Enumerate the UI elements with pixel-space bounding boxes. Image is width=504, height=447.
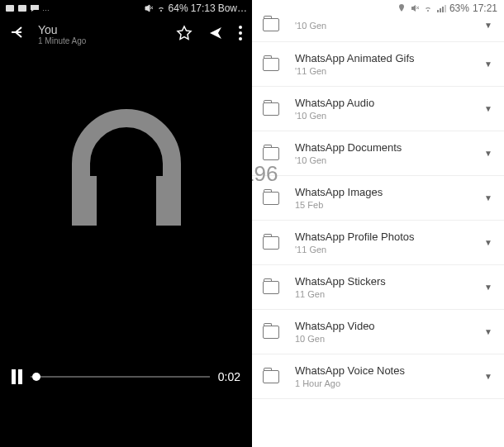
folder-icon-wrap	[260, 18, 282, 31]
folder-date: '10 Gen	[295, 111, 471, 121]
folder-icon-wrap	[260, 192, 282, 205]
folder-info: WhatsApp Images 15 Feb	[295, 186, 471, 210]
mute-icon	[410, 3, 420, 13]
folder-info: WhatsApp Animated Gifs '11 Gen	[295, 52, 471, 76]
folder-icon	[263, 147, 279, 160]
folder-icon	[263, 102, 279, 116]
folder-info: WhatsApp Voice Notes 1 Hour Ago	[295, 364, 471, 388]
pause-button[interactable]	[12, 369, 22, 384]
folder-name: WhatsApp Audio	[295, 97, 471, 109]
svg-rect-8	[440, 8, 441, 12]
player-title: You	[38, 23, 164, 36]
folder-info: WhatsApp Video 10 Gen	[295, 320, 471, 344]
player-subtitle: 1 Minute Ago	[38, 36, 164, 45]
folder-icon	[263, 192, 279, 205]
folder-info: WhatsApp Profile Photos '11 Gen	[295, 231, 471, 254]
folder-name: WhatsApp Images	[295, 186, 471, 198]
folder-info: WhatsApp Stickers 11 Gen	[295, 275, 471, 299]
folder-icon-wrap	[260, 147, 282, 160]
folder-item[interactable]: WhatsApp Profile Photos '11 Gen ▼	[252, 221, 504, 265]
folder-list: '10 Gen ▼ WhatsApp Animated Gifs '11 Gen…	[252, 17, 504, 399]
folder-date: '11 Gen	[295, 245, 471, 254]
folder-item[interactable]: WhatsApp Documents '10 Gen ▼	[252, 131, 504, 176]
audio-player-panel: … 64% 17:13 Bow… You 1 Minute Ago	[0, 0, 252, 447]
folder-icon-wrap	[260, 58, 282, 71]
battery-percent-left: 64%	[169, 2, 188, 14]
folder-icon	[263, 58, 279, 71]
back-arrow-icon[interactable]	[10, 24, 26, 45]
video-icon	[5, 3, 15, 13]
status-bar-right: 63% 17:21	[252, 0, 504, 17]
progress-thumb[interactable]	[32, 373, 40, 381]
chevron-down-icon[interactable]: ▼	[484, 283, 492, 292]
headphones-icon	[56, 97, 197, 238]
folder-info: '10 Gen	[295, 19, 471, 31]
folder-item[interactable]: '10 Gen ▼	[252, 17, 504, 42]
folder-item[interactable]: WhatsApp Audio '10 Gen ▼	[252, 87, 504, 131]
status-bar-left: … 64% 17:13 Bow…	[0, 0, 252, 17]
mute-icon	[144, 3, 154, 13]
status-time-right: 17:21	[473, 2, 497, 14]
folder-icon	[263, 370, 279, 383]
location-icon	[397, 3, 407, 13]
share-icon[interactable]	[207, 25, 224, 45]
progress-slider[interactable]	[31, 369, 210, 385]
more-notifications-icon: …	[42, 4, 50, 12]
folder-info: WhatsApp Audio '10 Gen	[295, 97, 471, 121]
folder-date: 15 Feb	[295, 200, 471, 210]
chevron-down-icon[interactable]: ▼	[484, 238, 492, 247]
status-notification-icons: …	[5, 3, 50, 13]
folder-icon	[263, 281, 279, 294]
chevron-down-icon[interactable]: ▼	[484, 21, 492, 30]
chevron-down-icon[interactable]: ▼	[484, 372, 492, 381]
headphones-artwork	[0, 52, 252, 283]
chevron-down-icon[interactable]: ▼	[484, 193, 492, 202]
svg-rect-7	[437, 10, 439, 12]
folder-name: WhatsApp Voice Notes	[295, 364, 471, 377]
signal-icon	[436, 3, 446, 13]
folder-icon-wrap	[260, 236, 282, 250]
folder-item[interactable]: WhatsApp Voice Notes 1 Hour Ago ▼	[252, 354, 504, 399]
folder-date: 11 Gen	[295, 289, 471, 299]
folder-icon-wrap	[260, 102, 282, 116]
folder-icon	[263, 326, 279, 339]
folder-icon	[263, 18, 279, 31]
folder-item[interactable]: WhatsApp Stickers 11 Gen ▼	[252, 265, 504, 310]
svg-point-3	[239, 31, 242, 35]
chevron-down-icon[interactable]: ▼	[484, 149, 492, 158]
header-actions	[176, 25, 242, 45]
star-icon[interactable]	[176, 25, 193, 45]
player-title-block: You 1 Minute Ago	[38, 23, 164, 45]
chevron-down-icon[interactable]: ▼	[484, 59, 492, 69]
folder-info: WhatsApp Documents '10 Gen	[295, 141, 471, 165]
status-right-left: 64% 17:13 Bow…	[144, 2, 247, 14]
svg-point-4	[239, 37, 242, 40]
svg-rect-10	[445, 5, 446, 12]
folder-name: WhatsApp Video	[295, 320, 471, 332]
image-icon	[17, 3, 27, 13]
chevron-down-icon[interactable]: ▼	[484, 327, 492, 336]
folder-item[interactable]: WhatsApp Animated Gifs '11 Gen ▼	[252, 42, 504, 87]
folder-name: WhatsApp Stickers	[295, 275, 471, 288]
folder-item[interactable]: WhatsApp Images 15 Feb ▼	[252, 176, 504, 221]
more-menu-icon[interactable]	[239, 26, 242, 44]
chevron-down-icon[interactable]: ▼	[484, 104, 492, 113]
svg-rect-5	[72, 176, 97, 226]
folder-date: 10 Gen	[295, 334, 471, 344]
folder-date: '10 Gen	[295, 155, 471, 165]
watermark-text: lo 196	[252, 161, 278, 187]
folder-icon	[263, 236, 279, 250]
wifi-icon	[423, 3, 433, 13]
svg-rect-6	[156, 176, 181, 226]
player-header: You 1 Minute Ago	[0, 17, 252, 52]
status-title-suffix: Bow…	[218, 2, 247, 14]
folder-date: '10 Gen	[295, 21, 471, 31]
folder-name: WhatsApp Profile Photos	[295, 231, 471, 243]
time-display: 0:02	[218, 370, 240, 383]
status-time-left: 17:13	[191, 2, 216, 14]
folder-icon-wrap	[260, 370, 282, 383]
folder-item[interactable]: WhatsApp Video 10 Gen ▼	[252, 310, 504, 354]
svg-rect-0	[6, 5, 14, 12]
folder-name: WhatsApp Animated Gifs	[295, 52, 471, 64]
svg-point-2	[239, 26, 242, 29]
